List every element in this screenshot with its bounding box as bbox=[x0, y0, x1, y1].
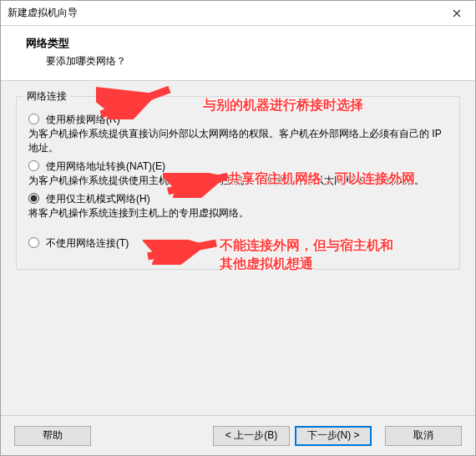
radio-bridged[interactable] bbox=[28, 114, 39, 124]
titlebar: 新建虚拟机向导 bbox=[1, 1, 475, 26]
radio-nat[interactable] bbox=[28, 160, 39, 171]
option-bridged[interactable]: 使用桥接网络(R) bbox=[28, 112, 448, 127]
radio-none[interactable] bbox=[28, 237, 39, 248]
wizard-footer: 帮助 < 上一步(B) 下一步(N) > 取消 bbox=[1, 415, 475, 455]
page-title: 网络类型 bbox=[26, 36, 450, 51]
page-subtitle: 要添加哪类网络？ bbox=[46, 54, 450, 68]
option-label: 不使用网络连接(T) bbox=[46, 236, 129, 251]
help-button[interactable]: 帮助 bbox=[14, 426, 91, 446]
next-button[interactable]: 下一步(N) > bbox=[295, 426, 372, 446]
fieldset-legend: 网络连接 bbox=[23, 89, 70, 104]
option-hostonly[interactable]: 使用仅主机模式网络(H) bbox=[28, 191, 448, 206]
wizard-window: 新建虚拟机向导 网络类型 要添加哪类网络？ 网络连接 使用桥接网络(R) 为客户… bbox=[0, 0, 476, 456]
radio-hostonly[interactable] bbox=[28, 193, 39, 204]
option-label: 使用仅主机模式网络(H) bbox=[46, 191, 150, 206]
close-icon[interactable] bbox=[438, 1, 475, 26]
option-desc: 为客户机操作系统提供使用主机 IP 地址访问主机拨号连接或外部以太网网络连接的权… bbox=[28, 174, 448, 188]
wizard-header: 网络类型 要添加哪类网络？ bbox=[1, 26, 475, 81]
network-fieldset: 网络连接 使用桥接网络(R) 为客户机操作系统提供直接访问外部以太网网络的权限。… bbox=[16, 96, 460, 270]
option-label: 使用桥接网络(R) bbox=[46, 112, 120, 127]
wizard-body: 网络连接 使用桥接网络(R) 为客户机操作系统提供直接访问外部以太网网络的权限。… bbox=[1, 81, 475, 415]
window-title: 新建虚拟机向导 bbox=[8, 6, 438, 20]
option-desc: 将客户机操作系统连接到主机上的专用虚拟网络。 bbox=[28, 206, 448, 220]
back-button[interactable]: < 上一步(B) bbox=[213, 426, 290, 446]
option-desc: 为客户机操作系统提供直接访问外部以太网网络的权限。客户机在外部网络上必须有自己的… bbox=[28, 127, 448, 155]
option-label: 使用网络地址转换(NAT)(E) bbox=[46, 159, 165, 174]
option-nat[interactable]: 使用网络地址转换(NAT)(E) bbox=[28, 159, 448, 174]
option-none[interactable]: 不使用网络连接(T) bbox=[28, 236, 448, 251]
cancel-button[interactable]: 取消 bbox=[385, 426, 462, 446]
